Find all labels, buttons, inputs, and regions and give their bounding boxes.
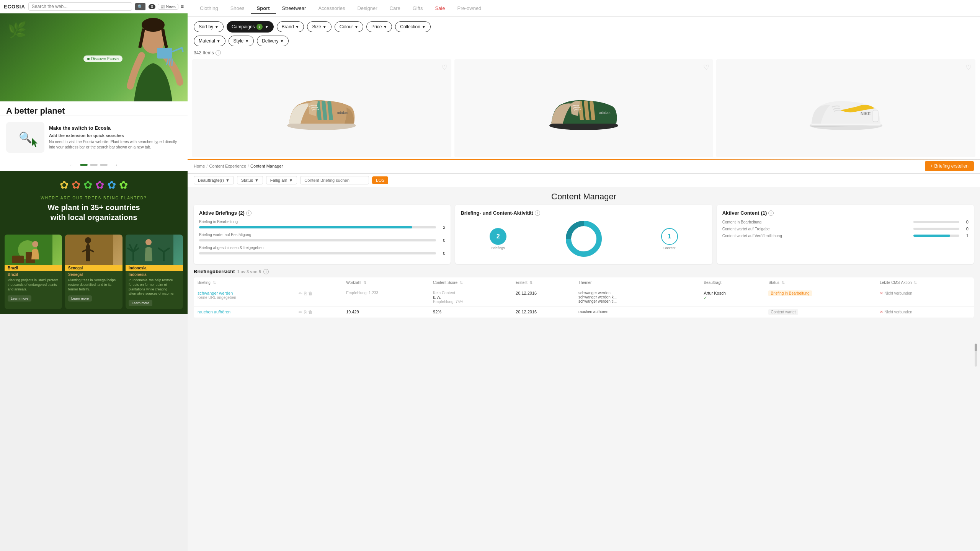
cm-widgets-row: Aktive Briefings (2) i Briefing in Bearb…	[188, 205, 980, 269]
country-card-senegal: Senegal Senegal Planting trees in Senega…	[65, 235, 122, 309]
nav-item-designer[interactable]: Designer	[351, 3, 383, 14]
content-circle: 1	[661, 228, 678, 245]
nav-item-sport[interactable]: Sport	[251, 3, 276, 14]
wortzahl-sort-icon[interactable]: ⇅	[363, 280, 366, 285]
content-briefing-search-input[interactable]	[300, 176, 369, 184]
brand-filter-button[interactable]: Brand ▼	[277, 21, 304, 32]
carousel-dot-2[interactable]	[90, 164, 98, 166]
status-sort-icon[interactable]: ⇅	[782, 280, 785, 285]
indonesia-learn-more-button[interactable]: Learn more	[129, 300, 152, 306]
nav-item-shoes[interactable]: Shoes	[224, 3, 251, 14]
row2-icons: ✏ ⎘ 🗑	[295, 307, 342, 318]
campaigns-filter-button[interactable]: Campaigns 1 ▼	[227, 21, 274, 33]
brazil-learn-more-button[interactable]: Learn more	[8, 295, 31, 302]
svg-point-12	[32, 241, 38, 247]
row2-status: Content wartet	[764, 307, 876, 318]
wishlist-icon-3[interactable]: ♡	[965, 63, 972, 72]
nav-item-accessories[interactable]: Accessories	[312, 3, 351, 14]
news-badge[interactable]: 📰 News	[158, 4, 178, 10]
material-filter-button[interactable]: Material ▼	[194, 36, 225, 46]
row2-beauftragt	[700, 307, 764, 318]
nav-item-care[interactable]: Care	[384, 3, 407, 14]
col-cms-action: Letzte CMS-Aktion ⇅	[876, 277, 974, 288]
sort-by-filter-button[interactable]: Sort by ▼	[194, 21, 224, 32]
search-submit-button[interactable]: 🔍	[135, 3, 145, 10]
collection-filter-button[interactable]: Collection ▼	[395, 21, 431, 32]
shoe-store-panel: Clothing Shoes Sport Streetwear Accessor…	[188, 0, 980, 159]
cm-go-button[interactable]: LOS	[372, 176, 388, 184]
size-chevron-icon: ▼	[323, 25, 327, 29]
nav-item-streetwear[interactable]: Streetwear	[276, 3, 312, 14]
briefing-activity-title: Briefing- und Content-Aktivität i	[461, 210, 707, 216]
nav-item-sale[interactable]: Sale	[429, 3, 451, 14]
scrollbar-thumb[interactable]	[975, 344, 977, 351]
row1-beauftragt: Artur Kosch ✓	[700, 288, 764, 307]
row2-not-connected: ✕ Nicht verbunden	[880, 310, 970, 315]
content-manager-title: Content Manager	[188, 187, 980, 205]
row1-copy-icon[interactable]: ⎘	[304, 291, 307, 296]
row2-erstellt: 20.12.2016	[512, 307, 575, 318]
status-chevron-icon: ▼	[255, 178, 259, 183]
row1-cms-action: ✕ Nicht verbunden	[876, 288, 974, 307]
row2-x-icon: ✕	[880, 310, 883, 315]
style-filter-button[interactable]: Style ▼	[229, 36, 254, 46]
svg-point-16	[145, 239, 152, 245]
colour-chevron-icon: ▼	[354, 25, 358, 29]
size-filter-button[interactable]: Size ▼	[307, 21, 331, 32]
cms-sort-icon[interactable]: ⇅	[914, 280, 917, 285]
row1-edit-icon[interactable]: ✏	[299, 291, 302, 296]
row2-copy-icon[interactable]: ⎘	[304, 310, 307, 315]
discover-badge[interactable]: Discover Ecosia	[83, 55, 122, 62]
items-info-icon[interactable]: i	[216, 50, 221, 55]
promo-text: Make the switch to Ecosia Add the extens…	[49, 125, 181, 150]
tree-icon-purple: ✿	[95, 179, 104, 191]
shoe-product-2[interactable]: ♡ adidas	[454, 59, 714, 157]
briefing-bar-row-1: Briefing in Bearbeitung 2	[199, 220, 445, 230]
row1-trash-icon[interactable]: 🗑	[308, 291, 313, 296]
erstellt-sort-icon[interactable]: ⇅	[529, 280, 532, 285]
carousel-dot-1[interactable]	[80, 164, 88, 166]
briefing-bar-fill-1	[199, 226, 412, 228]
new-briefing-button[interactable]: + Briefing erstellen	[925, 161, 974, 171]
row2-edit-icon[interactable]: ✏	[299, 310, 302, 315]
beauftragte-filter-button[interactable]: Beauftragte(r) ▼	[194, 176, 234, 184]
country-cards-section: Brazil Brazil Planting projects in Brazi…	[0, 230, 188, 314]
aktiver-bar-1	[913, 221, 959, 223]
senegal-learn-more-button[interactable]: Learn more	[68, 295, 92, 302]
shoe-product-1[interactable]: ♡	[192, 59, 451, 157]
status-filter-button[interactable]: Status ▼	[237, 176, 263, 184]
fallig-filter-button[interactable]: Fällig am ▼	[266, 176, 297, 184]
contentscore-sort-icon[interactable]: ⇅	[460, 280, 463, 285]
hero-text-section: A better planet with every search The si…	[0, 101, 188, 116]
search-input[interactable]	[28, 2, 132, 11]
news-icon: 📰	[160, 5, 165, 9]
scrollbar-track[interactable]	[975, 344, 977, 367]
row1-briefing: schwanger werden Keine URL angegeben	[194, 288, 295, 307]
nav-item-gifts[interactable]: Gifts	[407, 3, 429, 14]
aktiver-content-info-icon[interactable]: i	[768, 210, 774, 216]
nav-item-preowned[interactable]: Pre-owned	[451, 3, 487, 14]
carousel-next-button[interactable]: →	[110, 162, 121, 168]
menu-icon[interactable]: ≡	[181, 3, 184, 10]
carousel-dot-3[interactable]	[100, 164, 108, 166]
price-filter-button[interactable]: Price ▼	[366, 21, 392, 32]
delivery-filter-button[interactable]: Delivery ▼	[257, 36, 289, 46]
wishlist-icon-2[interactable]: ♡	[703, 63, 709, 72]
row2-wortzahl: 19.429	[342, 307, 429, 318]
wishlist-icon-1[interactable]: ♡	[441, 63, 448, 72]
row1-status: Briefing in Bearbeitung	[764, 288, 876, 307]
row2-trash-icon[interactable]: 🗑	[308, 310, 313, 315]
tree-icon-yellow: ✿	[60, 179, 69, 191]
count-badge: 0	[149, 4, 155, 9]
shoe-product-3[interactable]: ♡	[716, 59, 975, 157]
col-themen: Themen	[575, 277, 700, 288]
briefing-sort-icon[interactable]: ⇅	[213, 280, 216, 285]
briefing-overview-info-icon[interactable]: i	[263, 269, 269, 274]
briefing-bar-3	[199, 252, 436, 254]
carousel-prev-button[interactable]: ←	[66, 162, 78, 168]
nav-item-clothing[interactable]: Clothing	[194, 3, 224, 14]
aktive-briefings-info-icon[interactable]: i	[246, 210, 252, 216]
briefing-bar-container-1: 2	[199, 225, 445, 230]
colour-filter-button[interactable]: Colour ▼	[335, 21, 363, 32]
briefing-activity-info-icon[interactable]: i	[535, 210, 540, 216]
